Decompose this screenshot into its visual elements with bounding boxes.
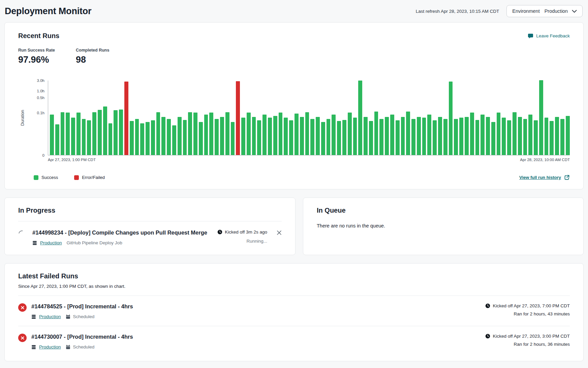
- environment-link[interactable]: Production: [40, 240, 62, 245]
- run-bar-success[interactable]: [71, 118, 75, 155]
- run-bar-success[interactable]: [454, 119, 458, 155]
- run-bar-success[interactable]: [332, 115, 336, 155]
- run-bar-success[interactable]: [486, 117, 490, 155]
- run-bar-success[interactable]: [417, 117, 421, 155]
- run-bar-success[interactable]: [507, 120, 511, 155]
- run-bar-success[interactable]: [321, 122, 325, 155]
- environment-link[interactable]: Production: [39, 344, 61, 349]
- run-bar-success[interactable]: [193, 113, 197, 155]
- run-bar-success[interactable]: [130, 121, 134, 155]
- run-bar-success[interactable]: [284, 118, 288, 155]
- run-bar-success[interactable]: [475, 120, 479, 155]
- run-bar-success[interactable]: [465, 117, 469, 155]
- run-bar-success[interactable]: [140, 123, 144, 155]
- run-bar-success[interactable]: [204, 115, 208, 155]
- run-bar-success[interactable]: [135, 119, 139, 155]
- run-bar-success[interactable]: [76, 113, 81, 155]
- run-bar-success[interactable]: [327, 119, 331, 155]
- run-bar-success[interactable]: [523, 119, 527, 155]
- environment-dropdown[interactable]: Environment Production: [506, 5, 583, 17]
- run-bar-success[interactable]: [470, 113, 474, 155]
- run-bar-success[interactable]: [98, 110, 102, 155]
- run-bar-success[interactable]: [268, 118, 272, 155]
- run-bar-success[interactable]: [241, 118, 245, 155]
- run-bar-success[interactable]: [119, 110, 123, 155]
- run-bar-success[interactable]: [82, 119, 86, 155]
- run-bar-success[interactable]: [247, 113, 251, 155]
- run-bar-success[interactable]: [50, 115, 54, 155]
- run-bar-success[interactable]: [61, 112, 65, 155]
- run-bar-success[interactable]: [156, 112, 160, 155]
- run-bar-success[interactable]: [257, 120, 261, 155]
- run-bar-success[interactable]: [209, 113, 213, 155]
- run-bar-success[interactable]: [262, 115, 267, 155]
- run-bar-success[interactable]: [188, 112, 192, 155]
- run-bar-success[interactable]: [92, 112, 96, 155]
- run-bar-success[interactable]: [459, 118, 463, 155]
- run-bar-success[interactable]: [411, 119, 415, 155]
- close-icon[interactable]: [277, 230, 282, 237]
- run-bar-success[interactable]: [491, 122, 495, 155]
- run-bar-success[interactable]: [566, 116, 570, 155]
- run-bar-success[interactable]: [422, 118, 426, 155]
- run-bar-success[interactable]: [273, 116, 277, 155]
- run-bar-success[interactable]: [545, 118, 549, 155]
- run-bar-success[interactable]: [289, 120, 293, 155]
- run-bar-success[interactable]: [364, 117, 368, 155]
- run-bar-success[interactable]: [114, 110, 118, 155]
- run-bar-success[interactable]: [199, 122, 203, 155]
- view-full-run-history-link[interactable]: View full run history: [519, 175, 570, 180]
- run-bar-success[interactable]: [369, 121, 373, 155]
- run-bar-success[interactable]: [109, 123, 113, 155]
- run-bar-success[interactable]: [146, 122, 150, 155]
- run-bar-success[interactable]: [87, 120, 91, 155]
- run-bar-success[interactable]: [342, 120, 346, 155]
- run-bar-success[interactable]: [178, 117, 182, 155]
- run-bar-success[interactable]: [385, 117, 389, 155]
- run-bar-success[interactable]: [374, 112, 378, 155]
- leave-feedback-link[interactable]: Leave Feedback: [528, 33, 570, 39]
- run-bar-success[interactable]: [513, 112, 517, 155]
- run-bar-success[interactable]: [502, 118, 506, 155]
- run-bar-success[interactable]: [433, 120, 437, 155]
- run-bar-success[interactable]: [539, 80, 543, 155]
- run-bar-success[interactable]: [252, 117, 256, 155]
- run-bar-success[interactable]: [534, 120, 538, 155]
- environment-link[interactable]: Production: [39, 314, 61, 319]
- run-bar-success[interactable]: [279, 113, 283, 155]
- run-bar-success[interactable]: [550, 121, 554, 155]
- run-bar-success[interactable]: [225, 112, 229, 155]
- run-bar-failed[interactable]: [236, 81, 240, 155]
- run-bar-success[interactable]: [310, 119, 314, 155]
- run-bar-success[interactable]: [390, 115, 394, 155]
- run-bar-success[interactable]: [151, 120, 155, 155]
- run-bar-success[interactable]: [427, 115, 431, 155]
- run-bar-success[interactable]: [215, 119, 219, 155]
- run-bar-success[interactable]: [55, 124, 59, 155]
- run-bar-success[interactable]: [316, 117, 320, 155]
- run-bar-success[interactable]: [497, 113, 501, 155]
- run-bar-success[interactable]: [481, 115, 485, 155]
- run-bar-success[interactable]: [66, 113, 70, 155]
- run-bar-success[interactable]: [438, 117, 442, 155]
- run-bar-success[interactable]: [300, 117, 304, 155]
- run-bar-success[interactable]: [231, 122, 235, 155]
- run-bar-success[interactable]: [555, 117, 559, 155]
- run-bar-success[interactable]: [348, 113, 352, 155]
- run-bar-success[interactable]: [396, 120, 400, 155]
- run-bar-success[interactable]: [528, 115, 532, 155]
- run-bar-success[interactable]: [443, 119, 447, 155]
- run-bar-success[interactable]: [161, 117, 165, 155]
- run-bar-success[interactable]: [337, 121, 341, 155]
- run-bar-success[interactable]: [406, 112, 410, 155]
- run-bar-success[interactable]: [295, 114, 299, 155]
- run-bar-success[interactable]: [220, 117, 224, 155]
- run-bar-success[interactable]: [172, 125, 176, 155]
- run-bar-success[interactable]: [449, 82, 453, 155]
- run-bar-success[interactable]: [353, 118, 357, 155]
- run-bar-success[interactable]: [401, 117, 405, 155]
- run-bar-success[interactable]: [358, 81, 362, 155]
- run-bar-success[interactable]: [518, 117, 522, 155]
- run-bar-success[interactable]: [183, 120, 187, 155]
- run-bar-success[interactable]: [560, 119, 564, 155]
